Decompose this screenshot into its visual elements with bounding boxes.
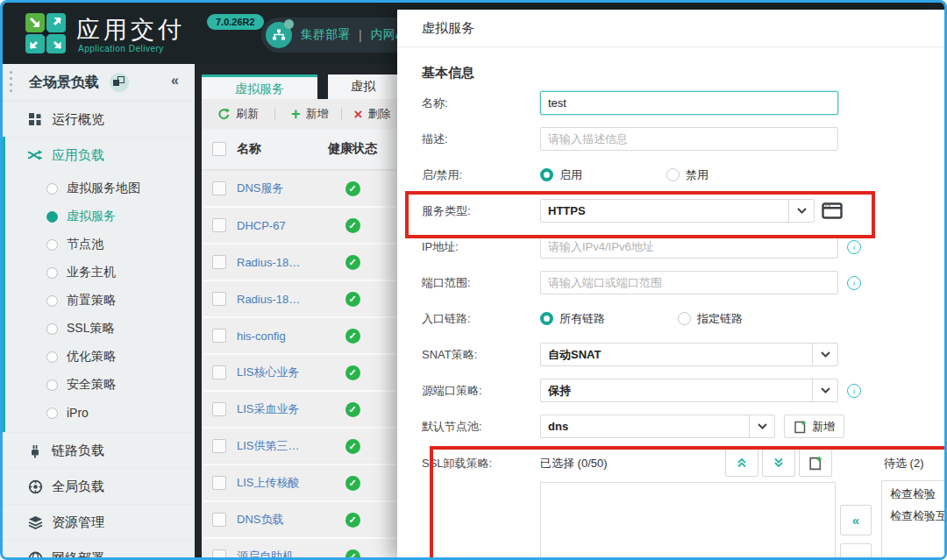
row-name-link[interactable]: Radius-18… xyxy=(237,293,321,306)
move-bottom-button[interactable] xyxy=(762,449,795,477)
port-row: 端口范围: i xyxy=(422,271,944,294)
sidebar-item-network[interactable]: 网络部署 xyxy=(3,540,195,560)
sidebar-subitem[interactable]: 前置策略 xyxy=(3,287,195,315)
chevron-down-icon xyxy=(812,379,837,401)
row-checkbox[interactable] xyxy=(212,439,226,453)
row-name-link[interactable]: LIS供第三… xyxy=(237,438,321,454)
chevron-down-icon xyxy=(749,415,774,437)
health-ok-icon: ✓ xyxy=(345,181,360,196)
row-health-cell: ✓ xyxy=(321,328,384,344)
radio-enable[interactable]: 启用 xyxy=(540,167,582,183)
row-name-link[interactable]: DNS服务 xyxy=(237,181,321,196)
sidebar-item-label: 全局负载 xyxy=(52,478,104,495)
row-name-link[interactable]: Radius-18… xyxy=(237,256,321,269)
snat-label: SNAT策略: xyxy=(422,347,540,363)
cluster-badge xyxy=(284,19,294,29)
row-name-link[interactable]: his-config xyxy=(237,330,321,343)
info-icon[interactable]: i xyxy=(847,276,861,290)
radio-unselected-icon xyxy=(46,239,58,251)
default-pool-select[interactable]: dns xyxy=(540,415,775,438)
sidebar-item-global-load[interactable]: 全局负载 xyxy=(3,468,195,504)
row-checkbox[interactable] xyxy=(212,181,226,195)
sidebar-subitem-label: 虚拟服务地图 xyxy=(67,181,140,196)
move-right-button[interactable]: » xyxy=(840,543,872,560)
row-checkbox[interactable] xyxy=(212,402,226,416)
info-icon[interactable]: i xyxy=(847,240,861,254)
row-health-cell: ✓ xyxy=(321,549,384,560)
health-ok-icon: ✓ xyxy=(345,255,360,270)
sidebar-item-link-load[interactable]: 链路负载 xyxy=(3,432,195,468)
row-name-link[interactable]: LIS上传核酸 xyxy=(237,475,321,491)
sidebar-subitem[interactable]: SSL策略 xyxy=(3,315,195,343)
snat-select[interactable]: 自动SNAT xyxy=(540,343,838,366)
row-name-link[interactable]: 源启自助机 xyxy=(237,549,321,560)
row-checkbox[interactable] xyxy=(212,329,226,343)
select-all-checkbox[interactable] xyxy=(212,142,226,156)
candidate-item[interactable]: 检查检验 xyxy=(882,483,947,505)
row-checkbox[interactable] xyxy=(212,292,226,306)
add-button[interactable]: + 新增 xyxy=(291,106,329,122)
health-ok-icon: ✓ xyxy=(345,218,360,233)
row-checkbox[interactable] xyxy=(212,476,226,490)
name-input[interactable] xyxy=(540,91,838,115)
sidebar-title: 全场景负载 xyxy=(29,74,99,92)
radio-disable[interactable]: 禁用 xyxy=(666,167,708,183)
row-checkbox[interactable] xyxy=(212,218,226,232)
src-port-select[interactable]: 保持 xyxy=(540,379,838,402)
radio-all-links[interactable]: 所有链路 xyxy=(540,311,605,327)
move-top-button[interactable] xyxy=(725,449,758,477)
sidebar-collapse-button[interactable]: « xyxy=(171,73,179,89)
open-panel-button[interactable] xyxy=(822,202,843,219)
info-icon[interactable]: i xyxy=(847,384,861,398)
sidebar-subitem[interactable]: 节点池 xyxy=(3,230,195,259)
sidebar-group-link-load: 链路负载 xyxy=(3,432,195,468)
sidebar-subitem[interactable]: 虚拟服务地图 xyxy=(3,174,195,202)
selected-list-box[interactable] xyxy=(540,482,836,560)
row-checkbox[interactable] xyxy=(212,365,226,379)
desc-input[interactable] xyxy=(540,127,838,151)
radio-unselected-icon xyxy=(46,267,58,279)
chevron-down-icon xyxy=(812,344,837,365)
sidebar-subitem[interactable]: 虚拟服务 xyxy=(3,202,195,230)
service-type-select[interactable]: HTTPS xyxy=(540,199,815,223)
dashboard-icon xyxy=(27,111,43,127)
row-checkbox[interactable] xyxy=(212,549,226,560)
candidate-count-label: 待选 (2) xyxy=(884,456,924,471)
ip-input[interactable] xyxy=(540,235,838,259)
close-x-icon: × xyxy=(354,107,363,122)
sidebar-item-label: 应用负载 xyxy=(52,147,104,164)
sidebar-subitem[interactable]: 业务主机 xyxy=(3,259,195,287)
section-basic-info: 基本信息 xyxy=(422,65,944,81)
tab-virtual-service[interactable]: 虚拟服务 xyxy=(202,74,317,102)
sidebar-item-overview[interactable]: 运行概览 xyxy=(3,102,195,137)
sidebar-subitem-label: 安全策略 xyxy=(67,377,116,393)
delete-button[interactable]: × 删除 xyxy=(354,106,391,122)
row-name-link[interactable]: DHCP-67 xyxy=(237,219,321,232)
candidate-list-box[interactable]: 检查检验检查检验互认 xyxy=(881,480,947,560)
sidebar-subitem[interactable]: 安全策略 xyxy=(3,371,195,399)
default-pool-row: 默认节点池: dns 新增 xyxy=(422,415,944,438)
row-name-link[interactable]: DNS负载 xyxy=(237,512,321,528)
sidebar-subitem[interactable]: iPro xyxy=(3,399,195,427)
row-name-link[interactable]: LIS采血业务 xyxy=(237,401,321,417)
row-checkbox[interactable] xyxy=(212,255,226,269)
move-left-button[interactable]: « xyxy=(840,505,872,535)
sidebar-item-app-load[interactable]: 应用负载 xyxy=(3,137,195,173)
add-pool-button[interactable]: 新增 xyxy=(784,415,844,438)
candidate-item[interactable]: 检查检验互认 xyxy=(882,505,947,527)
row-health-cell: ✓ xyxy=(321,365,384,380)
row-health-cell: ✓ xyxy=(321,254,384,270)
new-policy-button[interactable] xyxy=(799,449,832,477)
port-label: 端口范围: xyxy=(422,275,540,291)
radio-specified-links[interactable]: 指定链路 xyxy=(678,311,743,327)
sidebar-item-resource[interactable]: 资源管理 xyxy=(3,504,195,540)
refresh-button[interactable]: 刷新 xyxy=(217,106,259,122)
global-icon xyxy=(27,478,43,494)
service-type-row: 服务类型: HTTPS xyxy=(422,199,944,223)
row-checkbox[interactable] xyxy=(212,513,226,527)
row-name-link[interactable]: LIS核心业务 xyxy=(237,365,321,380)
sidebar-subitem[interactable]: 优化策略 xyxy=(3,343,195,371)
port-input[interactable] xyxy=(540,271,838,294)
toolbar-divider xyxy=(274,108,275,120)
scene-switch-icon[interactable] xyxy=(110,73,129,92)
